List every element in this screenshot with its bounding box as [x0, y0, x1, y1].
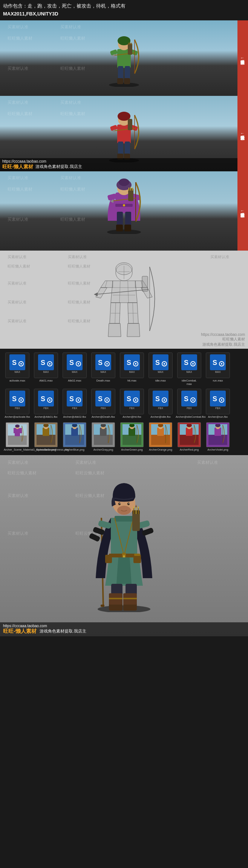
wm-bottom-8: 买素材认准: [8, 531, 28, 536]
svg-point-117: [49, 399, 51, 401]
svg-rect-213: [142, 527, 154, 536]
file-name-red-png: ArcherRed.png: [180, 448, 199, 451]
max-logo-hit: S: [124, 354, 140, 370]
wm-wire-4: 旺旺懒人素材: [8, 264, 30, 269]
max-logo-activate: S: [9, 354, 25, 370]
watermark-5: 买素材认准: [8, 66, 28, 71]
fbx-logo-svg-3: S: [68, 392, 81, 405]
file-item-gray-png: ArcherGray.png: [89, 422, 118, 452]
svg-point-31: [107, 229, 141, 234]
png-thumb-red: [178, 422, 201, 447]
svg-rect-143: [8, 436, 27, 445]
wireframe-character: [86, 254, 162, 346]
file-name-atk01-max: Atk01.max: [39, 379, 52, 382]
file-name-run-max: run.max: [213, 379, 223, 382]
svg-text:S: S: [12, 359, 17, 366]
max-icon-death: S MAX: [91, 352, 115, 378]
file-name-idlecombat-fbx: Archer@idleCombat.fbx: [176, 415, 203, 419]
fbx-type-run: FBX: [215, 407, 220, 409]
bottom-render-character: [75, 472, 173, 614]
svg-point-228: [119, 503, 120, 504]
svg-rect-42: [107, 193, 117, 200]
file-name-atk02-max: Atk02.max: [68, 379, 81, 382]
right-banner-text-3: 买素材认准旺旺懒人素材↓: [240, 210, 245, 212]
thumb-orange-svg: [151, 424, 170, 445]
max-logo-run: S: [210, 354, 226, 370]
wm-wire-2: 买素材认准: [68, 254, 87, 260]
svg-point-97: [135, 363, 136, 365]
url-wire-text: https://cccaaa.taobao.com: [201, 332, 245, 337]
thumb-red-svg: [180, 424, 199, 445]
svg-point-226: [118, 502, 121, 505]
svg-marker-72: [108, 323, 121, 337]
fbx-logo-svg-2: S: [39, 392, 53, 405]
fbx-logo-svg-6: S: [154, 392, 167, 405]
max-logo-svg-6: S: [154, 356, 167, 369]
png-thumb-scene: [6, 422, 29, 447]
svg-rect-239: [133, 555, 141, 563]
svg-point-101: [164, 363, 165, 365]
svg-point-129: [135, 399, 136, 401]
svg-text:S: S: [127, 359, 131, 366]
svg-point-229: [129, 503, 129, 504]
svg-point-0: [109, 83, 139, 87]
file-item-atk01-max: S MAX Atk01.max: [32, 352, 60, 386]
thumb-green-svg: [122, 424, 141, 445]
watermark-2: 买素材认准: [60, 24, 81, 30]
svg-rect-41: [124, 225, 131, 231]
svg-point-125: [106, 399, 108, 401]
thumb-violet-svg: [208, 424, 227, 445]
max-logo-atk01: S: [38, 354, 54, 370]
max-logo-idle: S: [153, 354, 168, 370]
fbx-logo-idle: S: [153, 391, 168, 406]
svg-text:S: S: [98, 359, 103, 366]
fbx-logo-svg-5: S: [125, 392, 139, 405]
archer-green-svg: [101, 28, 147, 87]
thumb-blue-svg: [65, 424, 84, 445]
watermark-s3-5: 买素材认准: [8, 217, 28, 222]
max-icon-activate: S MAX: [5, 352, 29, 378]
file-item-idle-fbx: S FBX Archer@idle.fbx: [146, 388, 175, 419]
file-item-death-max: S MAX Death.max: [89, 352, 118, 386]
file-name-green-png: ArcherGreen.png: [121, 448, 143, 451]
max-type-atk01: MAX: [43, 371, 49, 373]
thumb-gray-svg: [94, 424, 113, 445]
thumb-base-svg: [37, 424, 55, 445]
wm-bottom-2: 买素材认准: [75, 460, 96, 465]
svg-text:S: S: [213, 359, 217, 366]
file-name-base-png: ArcherBase.png: [36, 448, 56, 451]
max-type-idlecombat: MAX: [186, 371, 192, 373]
slogan-bottom: 游戏角色素材提取.我店主: [40, 628, 86, 634]
fbx-icon-activate: S FBX: [5, 389, 29, 414]
fbx-type-death: FBX: [101, 407, 106, 409]
svg-rect-221: [123, 598, 137, 599]
file-item-activate-fbx: S FBX Archer@activate.fbx: [3, 388, 32, 419]
svg-text:S: S: [12, 395, 17, 403]
svg-rect-7: [124, 78, 130, 84]
svg-rect-77: [142, 276, 148, 291]
file-name-idlecombat-max: idleCombat.max: [182, 379, 197, 386]
fbx-logo-atk01: S: [38, 391, 54, 406]
file-item-run-fbx: S FBX Archer@run.fbx: [204, 388, 232, 419]
file-name-orange-png: ArcherOrange.png: [149, 448, 172, 451]
svg-point-109: [221, 363, 222, 365]
svg-rect-241: [105, 555, 112, 563]
max-type-death: MAX: [100, 371, 106, 373]
max-logo-svg-3: S: [68, 356, 81, 369]
file-name-blue-png: ArcherBlue.png: [65, 448, 84, 451]
watermark-s2-1: 买素材认准: [8, 100, 28, 105]
max-type-label: MAX: [14, 371, 20, 373]
svg-rect-240: [134, 554, 140, 556]
character-figure-2: [101, 104, 147, 164]
file-item-blue-png: ArcherBlue.png: [60, 422, 89, 452]
fbx-icon-death: S FBX: [91, 389, 115, 414]
svg-point-230: [123, 507, 125, 508]
svg-text:S: S: [155, 359, 160, 366]
max-logo-atk02: S: [67, 354, 83, 370]
wm-wire-10: 买素材认准: [8, 319, 26, 324]
watermark-4: 旺旺懒人素材: [60, 35, 85, 41]
file-name-hit-max: hit.max: [127, 379, 136, 382]
file-item-idlecombat-max: S MAX idleCombat.max: [175, 352, 204, 386]
fbx-logo-svg: S: [11, 392, 24, 405]
file-name-run-fbx: Archer@run.fbx: [208, 415, 228, 419]
